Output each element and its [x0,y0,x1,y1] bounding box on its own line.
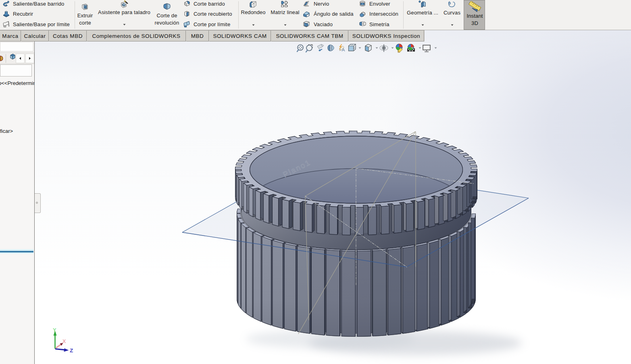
svg-text:X: X [62,339,66,344]
svg-text:Z: Z [70,347,73,354]
svg-text:Y: Y [53,327,56,333]
